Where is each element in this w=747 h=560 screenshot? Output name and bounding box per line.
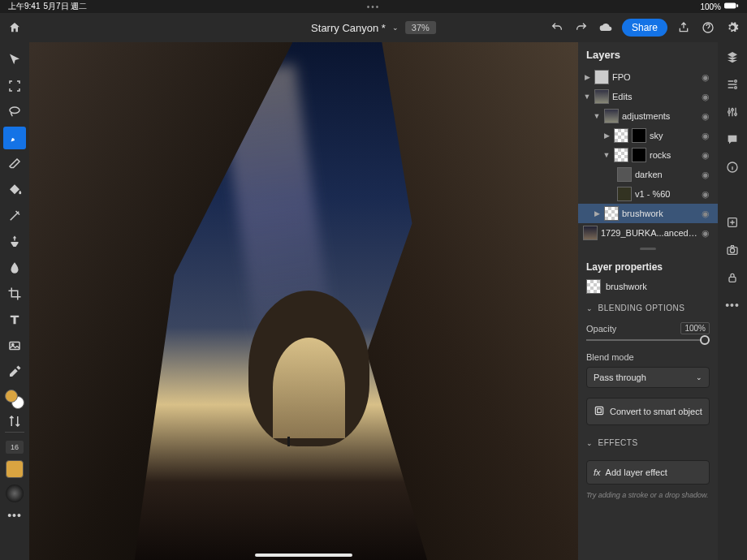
chevron-down-icon[interactable]: ⌄	[392, 24, 399, 32]
visibility-icon[interactable]: ◉	[702, 209, 713, 219]
canvas[interactable]	[29, 42, 578, 560]
crop-tool[interactable]	[3, 282, 26, 305]
disclose-icon[interactable]: ▶	[602, 131, 611, 140]
layer-row-selected[interactable]: ▶ brushwork ◉	[578, 204, 718, 223]
info-icon[interactable]	[724, 159, 741, 175]
place-image-tool[interactable]	[3, 334, 26, 357]
eraser-tool[interactable]	[3, 153, 26, 175]
layer-thumb	[586, 279, 601, 294]
cloud-icon[interactable]	[598, 19, 614, 36]
svg-rect-4	[10, 342, 19, 350]
transform-tool[interactable]	[3, 75, 26, 97]
clone-tool[interactable]	[3, 230, 26, 253]
blend-mode-label: Blend mode	[578, 347, 718, 364]
opacity-value[interactable]: 100%	[680, 322, 710, 334]
more-icon[interactable]: •••	[724, 297, 741, 313]
layer-row[interactable]: v1 - %60 ◉	[578, 184, 718, 204]
button-label: Add layer effect	[606, 467, 667, 477]
fx-icon: fx	[594, 467, 601, 477]
lock-icon[interactable]	[724, 269, 741, 286]
layer-row[interactable]: ▼ adjustments ◉	[578, 106, 718, 126]
disclose-icon[interactable]: ▼	[583, 93, 591, 101]
panel-grab-handle[interactable]	[640, 248, 656, 250]
smudge-tool[interactable]	[3, 256, 26, 279]
mask-thumb	[632, 148, 646, 162]
blending-options-section[interactable]: ⌄ BLENDING OPTIONS	[578, 297, 718, 319]
brush-size-value[interactable]: 16	[6, 441, 24, 454]
opacity-row: Opacity 100%	[578, 319, 718, 338]
multitask-dots-icon[interactable]: •••	[367, 2, 381, 11]
share-button[interactable]: Share	[622, 19, 667, 37]
layer-thumb	[594, 70, 609, 84]
layer-name: 1729_BURKA...anced-NR33	[601, 228, 698, 238]
layer-thumb	[617, 167, 632, 182]
svg-rect-1	[736, 4, 738, 7]
help-icon[interactable]	[700, 19, 716, 36]
visibility-icon[interactable]: ◉	[702, 170, 713, 180]
layer-properties-title: Layer properties	[578, 255, 718, 276]
visibility-icon[interactable]: ◉	[702, 189, 713, 200]
type-tool[interactable]	[3, 308, 26, 331]
redo-icon[interactable]	[573, 19, 589, 36]
tool-rail: 16 •••	[0, 42, 29, 560]
disclose-icon[interactable]: ▶	[583, 73, 591, 81]
layer-thumb	[583, 226, 598, 240]
effects-section[interactable]: ⌄ EFFECTS	[578, 432, 718, 454]
layer-row[interactable]: ▼ rocks ◉	[578, 145, 718, 165]
export-icon[interactable]	[676, 19, 692, 36]
properties-icon[interactable]	[724, 76, 741, 93]
visibility-icon[interactable]: ◉	[702, 111, 713, 122]
visibility-icon[interactable]: ◉	[702, 228, 713, 239]
add-layer-icon[interactable]	[724, 214, 741, 230]
opacity-slider[interactable]	[578, 338, 718, 347]
svg-rect-6	[595, 407, 602, 414]
battery-pct: 100%	[700, 2, 721, 11]
add-layer-effect-button[interactable]: fx Add layer effect	[586, 460, 710, 485]
home-indicator[interactable]	[255, 554, 352, 557]
lasso-tool[interactable]	[3, 101, 26, 123]
brush-color-preview[interactable]	[6, 460, 24, 478]
svg-point-11	[732, 109, 734, 111]
layer-row[interactable]: 1729_BURKA...anced-NR33 ◉	[578, 223, 718, 243]
brush-texture-preview[interactable]	[6, 485, 24, 502]
comments-icon[interactable]	[724, 131, 741, 148]
visibility-icon[interactable]: ◉	[702, 72, 713, 83]
smart-object-icon	[594, 405, 605, 418]
document-title[interactable]: Starry Canyon *	[311, 22, 386, 34]
swap-colors-icon[interactable]	[3, 414, 26, 429]
blend-mode-dropdown[interactable]: Pass through ⌄	[586, 367, 710, 388]
move-tool[interactable]	[3, 49, 26, 71]
layer-thumb	[617, 187, 632, 201]
svg-point-3	[10, 107, 19, 114]
convert-smart-object-button[interactable]: Convert to smart object	[586, 398, 710, 425]
gradient-tool[interactable]	[3, 205, 26, 227]
camera-icon[interactable]	[724, 242, 741, 258]
visibility-icon[interactable]: ◉	[702, 150, 713, 161]
layer-row[interactable]: darken ◉	[578, 165, 718, 184]
brush-tool[interactable]	[3, 127, 26, 149]
eyedropper-tool[interactable]	[3, 360, 26, 383]
undo-icon[interactable]	[549, 19, 565, 36]
layer-row[interactable]: ▶ sky ◉	[578, 126, 718, 145]
layer-thumb	[604, 109, 619, 123]
color-swatches[interactable]	[5, 390, 24, 409]
fill-tool[interactable]	[3, 179, 26, 201]
adjustments-icon[interactable]	[724, 104, 741, 120]
disclose-icon[interactable]: ▼	[593, 112, 601, 120]
more-tools-icon[interactable]: •••	[7, 509, 22, 522]
gear-icon[interactable]	[724, 19, 741, 36]
svg-rect-17	[729, 277, 736, 282]
layer-row[interactable]: ▶ FPO ◉	[578, 67, 718, 87]
slider-thumb[interactable]	[700, 335, 710, 345]
home-icon[interactable]	[6, 19, 23, 36]
layer-thumb	[614, 148, 628, 162]
layer-row[interactable]: ▼ Edits ◉	[578, 87, 718, 106]
disclose-icon[interactable]: ▼	[602, 151, 611, 159]
zoom-level[interactable]: 37%	[405, 21, 436, 34]
layer-thumb	[604, 206, 619, 221]
layer-name: Edits	[612, 92, 698, 101]
disclose-icon[interactable]: ▶	[593, 209, 601, 218]
visibility-icon[interactable]: ◉	[702, 92, 713, 102]
visibility-icon[interactable]: ◉	[702, 131, 713, 141]
layers-icon[interactable]	[724, 49, 741, 65]
